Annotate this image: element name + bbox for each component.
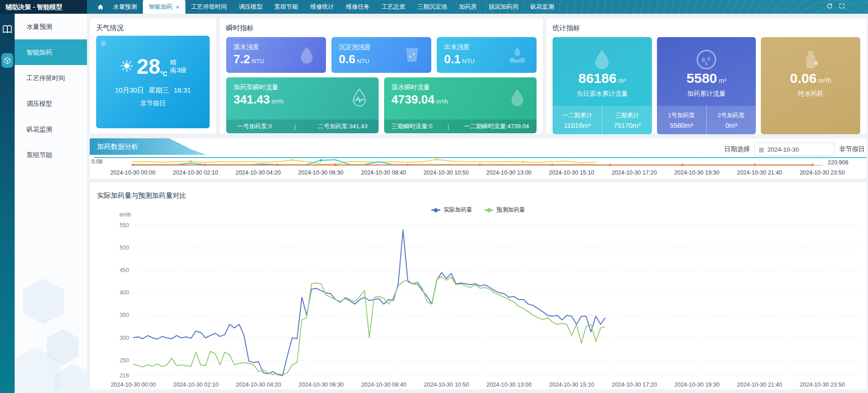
cup-icon (402, 45, 422, 65)
sidebar-item[interactable]: 水量预测 (15, 14, 87, 39)
legend-item[interactable]: 实际加药量 (431, 206, 472, 214)
stats-row: 86186 m³当日源水累计流量一二期累计11016m³三期累计75170m³5… (553, 37, 860, 134)
stat-value: 0.06 m³/h (761, 71, 860, 86)
svg-text:2024-10-30 21:40: 2024-10-30 21:40 (737, 382, 782, 388)
stat-footer-value: 0m³ (707, 121, 756, 129)
x-axis-label: 2024-10-30 02:10 (161, 169, 230, 176)
chart-legend: 实际加药量预测加药量 (90, 206, 867, 214)
footer-divider: | (294, 123, 296, 130)
svg-text:2024-10-30 10:50: 2024-10-30 10:50 (424, 382, 469, 388)
tab-item[interactable]: 脱泥加药间 (483, 0, 525, 14)
stat-footer: 1号加药泵5580m³2号加药泵0m³ (657, 106, 756, 134)
stat-tile: 5580 m³加药累计流量1号加药泵5580m³2号加药泵0m³ (657, 37, 756, 134)
legend-label: 实际加药量 (444, 206, 472, 214)
comparison-chart-title: 实际加药量与预测加药量对比 (97, 191, 186, 200)
stat-label: 当日源水累计流量 (553, 90, 652, 98)
svg-text:2024-10-30 02:10: 2024-10-30 02:10 (173, 382, 218, 388)
droplet-icon (507, 87, 527, 108)
metric-sub-label: 二号加药泵:341.43 (318, 122, 367, 131)
comparison-chart-card: 实际加药量与预测加药量对比 实际加药量预测加药量 m³/h 2162503003… (90, 182, 867, 389)
x-axis-label: 2024-10-30 00:00 (98, 169, 167, 176)
date-picker-row: 日期选择 ▦ 非节假日 (724, 142, 865, 156)
hexagon-decoration (23, 278, 64, 324)
sidebar-item[interactable]: 工艺停留时间 (15, 65, 87, 91)
stat-footer: 一二期累计11016m³三期累计75170m³ (553, 106, 652, 134)
calendar-icon: ▦ (759, 146, 764, 153)
legend-item[interactable]: 预测加药量 (484, 206, 526, 214)
home-icon[interactable] (93, 0, 107, 14)
svg-text:2024-10-30 06:30: 2024-10-30 06:30 (298, 382, 344, 388)
x-axis-label: 2024-10-30 10:50 (412, 169, 481, 176)
sidebar-item[interactable]: 矾花监测 (15, 116, 87, 142)
metric-unit: NTU (461, 58, 474, 65)
svg-text:250: 250 (119, 357, 129, 364)
metric-tile: 沉淀池浊度0.6 NTU (331, 37, 431, 73)
strip-chart-canvas (94, 157, 867, 169)
tab-item[interactable]: 维修统计 (304, 0, 340, 14)
x-axis-label: 2024-10-30 04:20 (224, 169, 293, 176)
x-axis-label: 2024-10-30 17:20 (600, 169, 668, 176)
svg-text:2024-10-30 08:40: 2024-10-30 08:40 (361, 382, 407, 388)
model-cube-icon[interactable] (1, 53, 13, 68)
tab-item[interactable]: 工艺停留时间 (185, 0, 233, 14)
weather-date: 10月30日 (115, 86, 144, 95)
svg-text:550: 550 (119, 222, 129, 229)
sidebar-menu: 水量预测智能加药工艺停留时间调压模型矾花监测泵组节能 (15, 14, 87, 393)
refresh-icon[interactable] (826, 3, 833, 11)
sidebar-item[interactable]: 调压模型 (15, 91, 87, 116)
tab-item[interactable]: 智能加药× (143, 0, 185, 14)
tab-label: 工艺总览 (382, 3, 406, 11)
footer-divider: | (447, 123, 449, 130)
legend-line (484, 209, 494, 211)
date-picker[interactable]: ▦ (754, 142, 835, 156)
x-axis-label: 2024-10-30 21:40 (725, 169, 794, 176)
close-tab-icon[interactable]: × (176, 4, 179, 10)
x-axis-label: 2024-10-30 19:30 (662, 169, 731, 176)
weather-time: 16:31 (174, 86, 191, 95)
tab-label: 加药房 (459, 3, 477, 11)
svg-text:2024-10-30 17:20: 2024-10-30 17:20 (612, 382, 657, 388)
tab-item[interactable]: 调压模型 (233, 0, 269, 14)
x-axis-label: 2024-10-30 06:30 (287, 169, 355, 176)
weather-temp-unit: °C (160, 70, 168, 77)
holiday-badge: 非节假日 (839, 145, 865, 153)
y-axis-unit: m³/h (105, 212, 131, 218)
droplet-icon (591, 48, 613, 71)
tab-label: 矾花监测 (531, 3, 554, 11)
weather-condition: 晴 (170, 59, 187, 67)
metric-sub-label: 一号加药泵:0 (237, 122, 272, 131)
sun-icon: ☀ (119, 58, 134, 75)
overview-strip-chart: 0.08 220.906 2024-10-30 00:002024-10-30 … (94, 157, 867, 178)
metric-tile: 源水浊度7.2 NTU (226, 37, 326, 73)
svg-text:2024-10-30 23:50: 2024-10-30 23:50 (800, 382, 845, 388)
tab-item[interactable]: 维修任务 (340, 0, 376, 14)
tab-item[interactable]: 水量预测 (107, 0, 143, 14)
stats-metrics-card: 统计指标 86186 m³当日源水累计流量一二期累计11016m³三期累计751… (546, 18, 867, 134)
tab-label: 智能加药 (149, 3, 173, 11)
book-icon[interactable] (2, 24, 13, 35)
svg-text:2024-10-30 15:10: 2024-10-30 15:10 (549, 382, 594, 388)
tab-label: 维修统计 (310, 3, 334, 11)
tab-item[interactable]: 工艺总览 (376, 0, 412, 14)
main-content: 天气情况 ◎ ☀ 28°C 晴 南3级 10月30日 星期三 16:31 非节假… (87, 14, 868, 393)
dosing-analysis-card: 加药数据分析 日期选择 ▦ 非节假日 0.08 220.906 2024-10-… (90, 138, 867, 179)
metric-sub-label: 三期瞬时流量:0 (392, 122, 433, 131)
sidebar-item[interactable]: 智能加药 (15, 39, 87, 65)
stat-tile: 0.06 m³/h吨水药耗 (761, 37, 860, 134)
date-input[interactable] (767, 146, 830, 153)
instant-row-2: 加药泵瞬时流量341.43 m³/h一号加药泵:0|二号加药泵:341.43源水… (226, 77, 537, 133)
tab-list: 水量预测智能加药×工艺停留时间调压模型泵组节能维修统计维修任务工艺总览三期沉淀池… (107, 0, 560, 14)
tab-item[interactable]: 加药房 (453, 0, 483, 14)
sidebar-item[interactable]: 泵组节能 (15, 142, 87, 168)
x-axis-label: 2024-10-30 15:10 (537, 169, 606, 176)
legend-dot (434, 208, 438, 212)
stat-footer-col: 1号加药泵5580m³ (657, 106, 706, 134)
fullscreen-icon[interactable] (839, 3, 845, 11)
stat-unit: m³ (717, 77, 726, 84)
tab-item[interactable]: 泵组节能 (269, 0, 304, 14)
tab-item[interactable]: 矾花监测 (525, 0, 560, 14)
instant-metrics-card: 瞬时指标 源水浊度7.2 NTU沉淀池浊度0.6 NTU出水浊度0.1 NTU … (220, 18, 543, 134)
metric-sub-label: 一二期瞬时流量:4739.04 (464, 122, 529, 131)
stat-value: 86186 m³ (553, 71, 652, 86)
tab-item[interactable]: 三期沉淀池 (412, 0, 453, 14)
